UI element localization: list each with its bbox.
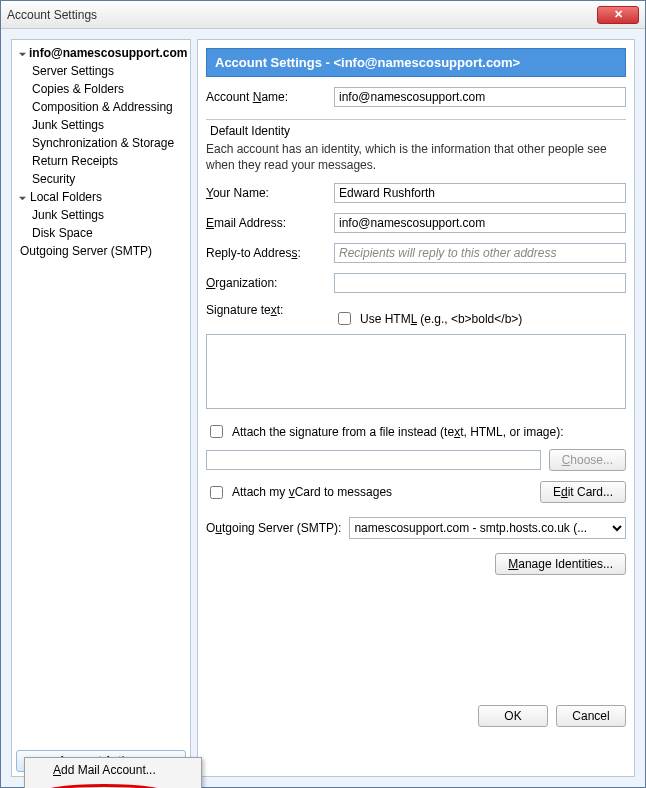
- org-input[interactable]: [334, 273, 626, 293]
- choose-file-button: Choose...: [549, 449, 626, 471]
- attach-vcard-checkbox[interactable]: [210, 486, 223, 499]
- tree-account-label: info@namescosupport.com: [29, 46, 187, 60]
- tree-item-lf-disk[interactable]: Disk Space: [14, 224, 188, 242]
- replyto-label: Reply-to Address:: [206, 246, 326, 260]
- account-settings-window: Account Settings ✕ info@namescosupport.c…: [0, 0, 646, 788]
- your-name-input[interactable]: [334, 183, 626, 203]
- close-button[interactable]: ✕: [597, 6, 639, 24]
- cancel-button[interactable]: Cancel: [556, 705, 626, 727]
- tree-item-security[interactable]: Security: [14, 170, 188, 188]
- account-tree: info@namescosupport.com Server Settings …: [12, 40, 190, 746]
- tree-item-lf-junk[interactable]: Junk Settings: [14, 206, 188, 224]
- org-label: Organization:: [206, 276, 326, 290]
- menu-add-mail[interactable]: Add Mail Account...: [25, 758, 201, 782]
- tree-account-0[interactable]: info@namescosupport.com: [14, 44, 188, 62]
- identity-title: Default Identity: [206, 124, 294, 138]
- window-title: Account Settings: [7, 8, 97, 22]
- attach-sig-checkbox[interactable]: [210, 425, 223, 438]
- account-name-input[interactable]: [334, 87, 626, 107]
- edit-card-button[interactable]: Edit Card...: [540, 481, 626, 503]
- tree-item-copies-folders[interactable]: Copies & Folders: [14, 80, 188, 98]
- your-name-label: Your Name:: [206, 186, 326, 200]
- replyto-input[interactable]: [334, 243, 626, 263]
- content-area: info@namescosupport.com Server Settings …: [1, 29, 645, 787]
- account-name-label: Account Name:: [206, 90, 326, 104]
- account-name-row: Account Name:: [206, 87, 626, 107]
- tree-account-local-folders[interactable]: Local Folders: [14, 188, 188, 206]
- dialog-buttons: OK Cancel: [206, 705, 626, 727]
- expand-icon: [18, 48, 27, 58]
- default-identity-group: Default Identity Each account has an ide…: [206, 119, 626, 575]
- email-label: Email Address:: [206, 216, 326, 230]
- settings-panel: Account Settings - <info@namescosupport.…: [197, 39, 635, 777]
- tree-item-junk[interactable]: Junk Settings: [14, 116, 188, 134]
- tree-item-return-receipts[interactable]: Return Receipts: [14, 152, 188, 170]
- smtp-select[interactable]: namescosupport.com - smtp.hosts.co.uk (.…: [349, 517, 626, 539]
- tree-item-composition[interactable]: Composition & Addressing: [14, 98, 188, 116]
- tree-item-outgoing-smtp[interactable]: Outgoing Server (SMTP): [14, 242, 188, 260]
- tree-account-label: Local Folders: [30, 190, 102, 204]
- smtp-label: Outgoing Server (SMTP):: [206, 521, 341, 535]
- attach-vcard-label: Attach my vCard to messages: [232, 485, 392, 499]
- tree-item-server-settings[interactable]: Server Settings: [14, 62, 188, 80]
- menu-add-chat[interactable]: Add Chat Account...: [25, 782, 201, 788]
- close-icon: ✕: [614, 8, 623, 21]
- account-actions-menu: Add Mail Account... Add Chat Account... …: [24, 757, 202, 788]
- account-tree-sidebar: info@namescosupport.com Server Settings …: [11, 39, 191, 777]
- attach-sig-label: Attach the signature from a file instead…: [232, 425, 563, 439]
- signature-textarea[interactable]: [206, 334, 626, 409]
- use-html-label: Use HTML (e.g., <b>bold</b>): [360, 312, 522, 326]
- signature-label: Signature text:: [206, 303, 326, 317]
- titlebar: Account Settings ✕: [1, 1, 645, 29]
- use-html-checkbox[interactable]: [338, 312, 351, 325]
- ok-button[interactable]: OK: [478, 705, 548, 727]
- email-input[interactable]: [334, 213, 626, 233]
- sig-file-input[interactable]: [206, 450, 541, 470]
- manage-identities-button[interactable]: Manage Identities...: [495, 553, 626, 575]
- expand-icon: [18, 192, 28, 202]
- panel-header: Account Settings - <info@namescosupport.…: [206, 48, 626, 77]
- tree-item-sync-storage[interactable]: Synchronization & Storage: [14, 134, 188, 152]
- identity-help: Each account has an identity, which is t…: [206, 142, 626, 173]
